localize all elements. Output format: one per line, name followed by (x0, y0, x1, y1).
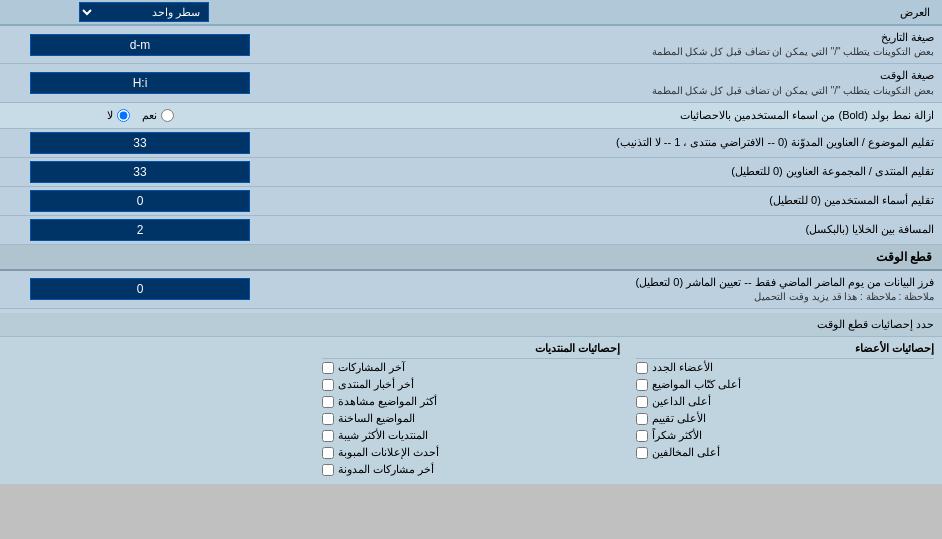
subject-limit-row: تقليم الموضوع / العناوين المدوّنة (0 -- … (0, 129, 942, 158)
cutoff-row: فرز البيانات من يوم الماضر الماضي فقط --… (0, 271, 942, 309)
time-format-input-area (0, 69, 280, 97)
members-col-header: إحصائيات الأعضاء (636, 339, 934, 359)
date-format-row: صيغة التاريخ بعض التكوينات يتطلب "/" الت… (0, 26, 942, 64)
header-right-label: العرض (284, 3, 938, 22)
checkbox-top-inviters-input[interactable] (636, 396, 648, 408)
cell-spacing-label: المسافة بين الخلايا (بالبكسل) (280, 218, 942, 241)
checkbox-most-similar-forums: المنتديات الأكثر شيبة (322, 427, 620, 444)
cell-spacing-row: المسافة بين الخلايا (بالبكسل) (0, 216, 942, 245)
bottom-col-members: إحصائيات الأعضاء الأعضاء الجدد أعلى كتّا… (628, 337, 942, 480)
radio-yes-option: نعم (142, 109, 174, 122)
subject-limit-input[interactable] (30, 132, 250, 154)
bottom-col-empty (0, 337, 314, 480)
radio-no-input[interactable] (117, 109, 130, 122)
time-format-row: صيغة الوقت بعض التكوينات يتطلب "/" التي … (0, 64, 942, 102)
cutoff-label: فرز البيانات من يوم الماضر الماضي فقط --… (280, 271, 942, 308)
main-container: العرض سطر واحد سطرين ثلاثة أسطر صيغة الت… (0, 0, 942, 484)
bold-remove-label: ازالة نمط بولد (Bold) من اسماء المستخدمي… (280, 104, 942, 127)
checkbox-last-posts-input[interactable] (322, 362, 334, 374)
date-format-label: صيغة التاريخ بعض التكوينات يتطلب "/" الت… (280, 26, 942, 63)
checkbox-new-members: الأعضاء الجدد (636, 359, 934, 376)
checkbox-forum-news: أخر أخبار المنتدى (322, 376, 620, 393)
group-limit-label: تقليم المنتدى / المجموعة العناوين (0 للت… (280, 160, 942, 183)
radio-yes-input[interactable] (161, 109, 174, 122)
checkbox-most-similar-forums-input[interactable] (322, 430, 334, 442)
subject-limit-input-area (0, 129, 280, 157)
group-limit-row: تقليم المنتدى / المجموعة العناوين (0 للت… (0, 158, 942, 187)
group-limit-input-area (0, 158, 280, 186)
date-format-input[interactable] (30, 34, 250, 56)
checkbox-top-rated: الأعلى تقييم (636, 410, 934, 427)
checkbox-latest-classified: أحدث الإعلانات المبوبة (322, 444, 620, 461)
bottom-section: حدد إحصائيات قطع الوقت إحصائيات الأعضاء … (0, 309, 942, 484)
username-limit-input[interactable] (30, 190, 250, 212)
date-format-input-area (0, 31, 280, 59)
display-select[interactable]: سطر واحد سطرين ثلاثة أسطر (79, 2, 209, 22)
username-limit-input-area (0, 187, 280, 215)
checkbox-top-rated-input[interactable] (636, 413, 648, 425)
checkbox-last-blog-posts: أخر مشاركات المدونة (322, 461, 620, 478)
checkbox-top-violations-input[interactable] (636, 447, 648, 459)
bold-remove-radio-area: نعم لا (0, 106, 280, 125)
forums-col-header: إحصائيات المنتديات (322, 339, 620, 359)
checkbox-top-writers: أعلى كتّاب المواضيع (636, 376, 934, 393)
checkbox-most-viewed: أكثر المواضيع مشاهدة (322, 393, 620, 410)
radio-no-option: لا (107, 109, 130, 122)
bottom-header-row: حدد إحصائيات قطع الوقت (0, 313, 942, 337)
checkbox-most-viewed-input[interactable] (322, 396, 334, 408)
checkbox-hot-topics-input[interactable] (322, 413, 334, 425)
cell-spacing-input-area (0, 216, 280, 244)
checkbox-hot-topics: المواضيع الساخنة (322, 410, 620, 427)
bold-remove-row: ازالة نمط بولد (Bold) من اسماء المستخدمي… (0, 103, 942, 129)
subject-limit-label: تقليم الموضوع / العناوين المدوّنة (0 -- … (280, 131, 942, 154)
username-limit-label: تقليم أسماء المستخدمين (0 للتعطيل) (280, 189, 942, 212)
checkbox-most-thanks-input[interactable] (636, 430, 648, 442)
checkbox-top-violations: أعلى المخالفين (636, 444, 934, 461)
group-limit-input[interactable] (30, 161, 250, 183)
checkbox-top-writers-input[interactable] (636, 379, 648, 391)
checkbox-most-thanks: الأكثر شكراً (636, 427, 934, 444)
header-row: العرض سطر واحد سطرين ثلاثة أسطر (0, 0, 942, 26)
cell-spacing-input[interactable] (30, 219, 250, 241)
checkbox-new-members-input[interactable] (636, 362, 648, 374)
cutoff-input[interactable] (30, 278, 250, 300)
checkbox-last-posts: آخر المشاركات (322, 359, 620, 376)
time-format-label: صيغة الوقت بعض التكوينات يتطلب "/" التي … (280, 64, 942, 101)
checkbox-top-inviters: أعلى الداعين (636, 393, 934, 410)
header-select-area: سطر واحد سطرين ثلاثة أسطر (4, 2, 284, 22)
bottom-cols: إحصائيات الأعضاء الأعضاء الجدد أعلى كتّا… (0, 337, 942, 480)
username-limit-row: تقليم أسماء المستخدمين (0 للتعطيل) (0, 187, 942, 216)
bottom-col-forums: إحصائيات المنتديات آخر المشاركات أخر أخب… (314, 337, 628, 480)
checkbox-latest-classified-input[interactable] (322, 447, 334, 459)
time-format-input[interactable] (30, 72, 250, 94)
bottom-main-label: حدد إحصائيات قطع الوقت (0, 315, 942, 334)
cutoff-input-area (0, 275, 280, 303)
checkbox-forum-news-input[interactable] (322, 379, 334, 391)
cutoff-section-header: قطع الوقت (0, 245, 942, 271)
checkbox-last-blog-posts-input[interactable] (322, 464, 334, 476)
